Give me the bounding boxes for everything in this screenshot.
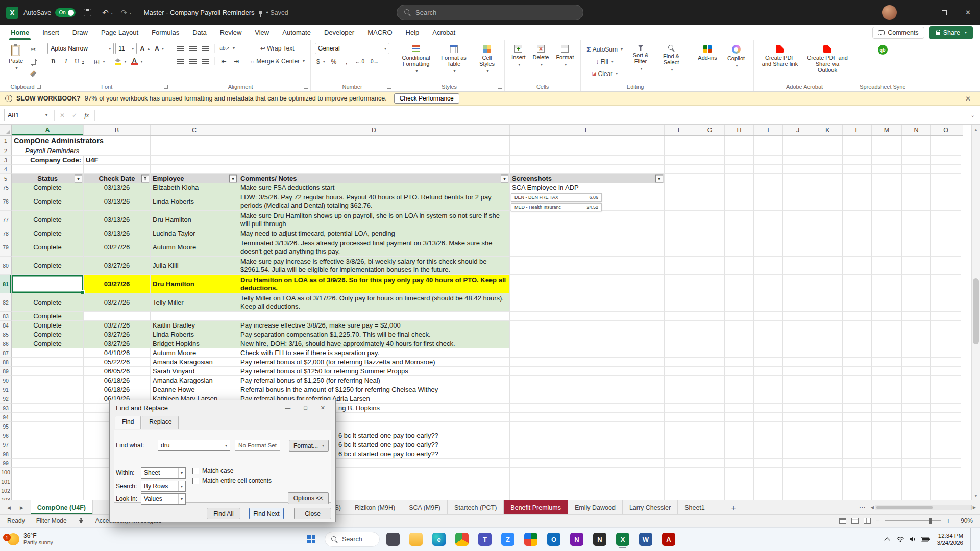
- cell-J-empty[interactable]: [783, 367, 813, 376]
- cell-O-empty[interactable]: [931, 422, 961, 431]
- cell-M-empty[interactable]: [872, 404, 902, 413]
- cell-E96[interactable]: [510, 431, 665, 440]
- cell-O-empty[interactable]: [931, 431, 961, 440]
- cell-O-empty[interactable]: [931, 440, 961, 449]
- cell-I-empty[interactable]: [754, 431, 783, 440]
- cell-A-empty[interactable]: [12, 165, 84, 174]
- cell-C84[interactable]: Kaitlin Bradley: [151, 321, 238, 330]
- zoom-out-button[interactable]: −: [876, 517, 880, 525]
- cell-O-empty[interactable]: [931, 275, 961, 293]
- cell-B77[interactable]: 03/13/26: [84, 211, 151, 229]
- sheet-tab-benefit-premiums[interactable]: Benefit Premiums: [504, 500, 568, 514]
- filter-button-comments-notes[interactable]: ▾: [501, 174, 508, 182]
- cell-E-empty[interactable]: [510, 156, 665, 165]
- ribbon-tab-acrobat[interactable]: Acrobat: [426, 25, 462, 40]
- cell-A96[interactable]: [12, 431, 84, 440]
- sort-filter-button[interactable]: Sort & Filter▾: [626, 43, 655, 74]
- taskbar-icon-task-view[interactable]: [383, 530, 403, 549]
- cell-I-empty[interactable]: [754, 275, 783, 293]
- increase-decimal-button[interactable]: ←.0: [354, 56, 366, 67]
- row-header-102[interactable]: 102: [0, 486, 12, 495]
- column-header-G[interactable]: G: [695, 125, 725, 135]
- cell-F-empty[interactable]: [665, 358, 695, 367]
- start-button[interactable]: [302, 530, 321, 549]
- cell-K-empty[interactable]: [813, 459, 843, 468]
- row-header-80[interactable]: 80: [0, 257, 12, 275]
- cell-F-empty[interactable]: [665, 385, 695, 394]
- match-entire-checkbox[interactable]: Match entire cell contents: [192, 477, 272, 484]
- cell-K-empty[interactable]: [813, 312, 843, 321]
- cell-L-empty[interactable]: [843, 229, 872, 238]
- cell-I-empty[interactable]: [754, 468, 783, 477]
- cell-C85[interactable]: Linda Roberts: [151, 330, 238, 339]
- cell-H-empty[interactable]: [725, 422, 754, 431]
- cell-O-empty[interactable]: [931, 146, 961, 156]
- row-header-5[interactable]: 5: [0, 174, 12, 183]
- header-cell-employee[interactable]: Employee▾: [151, 174, 238, 183]
- cell-D76[interactable]: LDW: 3/5/26. Pay 72 regular hours. Payou…: [238, 192, 510, 211]
- font-size-combo[interactable]: 11▾: [115, 43, 137, 54]
- wrap-text-button[interactable]: ↩Wrap Text: [248, 43, 306, 54]
- cell-I-empty[interactable]: [754, 156, 783, 165]
- cell-H-empty[interactable]: [725, 321, 754, 330]
- cell-A82[interactable]: Complete: [12, 293, 84, 312]
- sheet-tab-sheet1[interactable]: Sheet1: [678, 500, 712, 514]
- align-bottom-button[interactable]: [200, 43, 211, 54]
- cell-O-empty[interactable]: [931, 330, 961, 339]
- cell-M-empty[interactable]: [872, 192, 902, 211]
- search-select[interactable]: By Rows▾: [141, 481, 186, 492]
- cell-L-empty[interactable]: [843, 146, 872, 156]
- cell-O-empty[interactable]: [931, 183, 961, 192]
- column-header-F[interactable]: F: [665, 125, 695, 135]
- filter-button-employee[interactable]: ▾: [229, 174, 237, 182]
- options-button[interactable]: Options <<: [288, 492, 329, 504]
- ribbon-tab-data[interactable]: Data: [186, 25, 213, 40]
- user-avatar[interactable]: [882, 5, 897, 20]
- cell-K-empty[interactable]: [813, 431, 843, 440]
- cell-G-empty[interactable]: [695, 192, 725, 211]
- cell-A80[interactable]: Complete: [12, 257, 84, 275]
- taskbar-icon-zoom[interactable]: Z: [498, 530, 518, 549]
- cell-N-empty[interactable]: [902, 358, 931, 367]
- cell-D90[interactable]: Pay referral bonus of $1,250 (for referr…: [238, 376, 510, 385]
- cell-B-empty[interactable]: [84, 165, 151, 174]
- cell-L-empty[interactable]: [843, 367, 872, 376]
- cell-N-empty[interactable]: [902, 459, 931, 468]
- cell-O-empty[interactable]: [931, 211, 961, 229]
- cell-I-empty[interactable]: [754, 413, 783, 422]
- cell-I-empty[interactable]: [754, 183, 783, 192]
- cell-A101[interactable]: [12, 477, 84, 486]
- cell-G-empty[interactable]: [695, 330, 725, 339]
- zoom-level[interactable]: 90%: [955, 517, 973, 524]
- cell-M-empty[interactable]: [872, 156, 902, 165]
- cell-H-empty[interactable]: [725, 477, 754, 486]
- cell-A77[interactable]: Complete: [12, 211, 84, 229]
- cell-F-empty[interactable]: [665, 339, 695, 348]
- expand-formula-bar-icon[interactable]: ⌄: [966, 112, 980, 118]
- cell-M-empty[interactable]: [872, 238, 902, 257]
- dialog-title-bar[interactable]: Find and Replace — □ ✕: [110, 400, 335, 415]
- cell-K-empty[interactable]: [813, 477, 843, 486]
- cell-G-empty[interactable]: [695, 321, 725, 330]
- cell-N-empty[interactable]: [902, 211, 931, 229]
- row-header-75[interactable]: 75: [0, 183, 12, 192]
- cell-N-empty[interactable]: [902, 440, 931, 449]
- cell-L-empty[interactable]: [843, 293, 872, 312]
- taskbar-icon-chrome[interactable]: [452, 530, 472, 549]
- cell-A2[interactable]: Payroll Reminders: [12, 146, 84, 156]
- cell-H-empty[interactable]: [725, 165, 754, 174]
- sheet-tab-larry-chessler[interactable]: Larry Chessler: [623, 500, 678, 514]
- row-header-99[interactable]: 99: [0, 459, 12, 468]
- cell-I-empty[interactable]: [754, 238, 783, 257]
- cell-K-empty[interactable]: [813, 486, 843, 495]
- cell-A83[interactable]: Complete: [12, 312, 84, 321]
- cell-N-empty[interactable]: [902, 376, 931, 385]
- cell-H-empty[interactable]: [725, 376, 754, 385]
- cell-K-empty[interactable]: [813, 449, 843, 459]
- taskbar-search[interactable]: Search: [325, 532, 380, 547]
- cell-E79[interactable]: [510, 238, 665, 257]
- cell-C91[interactable]: Deanne Howe: [151, 385, 238, 394]
- column-header-N[interactable]: N: [902, 125, 931, 135]
- cell-I-empty[interactable]: [754, 358, 783, 367]
- column-header-O[interactable]: O: [931, 125, 961, 135]
